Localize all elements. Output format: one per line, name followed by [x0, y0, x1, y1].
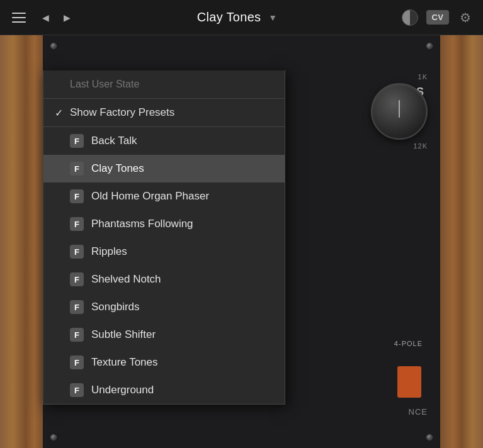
freq-1k-label: 1K	[371, 73, 428, 81]
clay-tones-f-badge: F	[70, 162, 84, 176]
menu-button[interactable]	[5, 4, 33, 31]
pole-label: 4-POLE	[394, 340, 423, 347]
menu-line-1	[12, 13, 26, 14]
toolbar-icons: CV ⚙	[397, 5, 478, 30]
preset-item-underground[interactable]: F Underground	[43, 376, 285, 404]
preset-dropdown[interactable]: Clay Tones ▼	[197, 10, 277, 25]
freq-12k-label: 12K	[371, 142, 428, 150]
settings-button[interactable]: ⚙	[453, 5, 478, 30]
knob-area: 1K 12K	[371, 73, 428, 150]
menu-line-3	[12, 21, 26, 23]
preset-item-subtle-shifter[interactable]: F Subtle Shifter	[43, 321, 285, 349]
half-circle-icon	[402, 9, 418, 26]
preset-dropdown-menu: Last User State ✓ Show Factory Presets F…	[43, 70, 285, 405]
screw-bottom-left	[50, 434, 57, 440]
screw-bottom-right	[426, 434, 433, 440]
gear-icon: ⚙	[460, 10, 471, 25]
prev-preset-button[interactable]: ◀	[35, 8, 55, 28]
show-factory-presets-item[interactable]: ✓ Show Factory Presets	[43, 99, 285, 126]
phantasms-f-badge: F	[70, 217, 84, 231]
back-talk-label: Back Talk	[91, 135, 137, 147]
ripples-f-badge: F	[70, 245, 84, 259]
knob-indicator	[399, 100, 400, 118]
preset-item-phantasms-following[interactable]: F Phantasms Following	[43, 210, 285, 238]
preset-name-label: Clay Tones	[197, 10, 261, 25]
resonance-label: NCE	[409, 407, 428, 417]
menu-line-2	[12, 17, 26, 18]
cv-label: CV	[426, 10, 448, 25]
old-home-f-badge: F	[70, 189, 84, 203]
preset-item-texture-tones[interactable]: F Texture Tones	[43, 349, 285, 376]
clay-tones-label: Clay Tones	[91, 162, 144, 175]
shelved-notch-label: Shelved Notch	[91, 273, 161, 286]
subtle-shifter-f-badge: F	[70, 328, 84, 342]
screw-top-left	[50, 43, 57, 49]
toolbar: ◀ ▶ Clay Tones ▼ CV ⚙	[0, 0, 483, 35]
screw-top-right	[426, 43, 433, 49]
dropdown-arrow-icon: ▼	[268, 13, 277, 23]
app-container: ◀ ▶ Clay Tones ▼ CV ⚙	[0, 0, 483, 448]
wood-panel-left	[0, 0, 43, 448]
last-user-state-label: Last User State	[70, 79, 139, 90]
old-home-label: Old Home Organ Phaser	[91, 190, 209, 203]
preset-item-old-home-organ-phaser[interactable]: F Old Home Organ Phaser	[43, 182, 285, 210]
prev-icon: ◀	[42, 13, 49, 23]
preset-item-shelved-notch[interactable]: F Shelved Notch	[43, 266, 285, 293]
half-circle-button[interactable]	[397, 5, 423, 30]
songbirds-f-badge: F	[70, 300, 84, 314]
factory-presets-checkmark: ✓	[55, 107, 70, 119]
preset-item-clay-tones[interactable]: F Clay Tones	[43, 155, 285, 182]
underground-f-badge: F	[70, 383, 84, 397]
cv-button[interactable]: CV	[425, 5, 450, 30]
preset-item-ripples[interactable]: F Ripples	[43, 238, 285, 266]
phantasms-label: Phantasms Following	[91, 218, 193, 230]
preset-selector: Clay Tones ▼	[77, 10, 397, 25]
frequency-knob[interactable]	[371, 83, 428, 140]
next-icon: ▶	[64, 13, 71, 23]
songbirds-label: Songbirds	[91, 301, 140, 313]
wood-panel-right	[440, 0, 483, 448]
shelved-notch-f-badge: F	[70, 272, 84, 286]
nav-controls: ◀ ▶	[35, 8, 77, 28]
orange-button[interactable]	[397, 366, 421, 398]
main-content: 1S FILTER 1K 12K 4-POLE NCE -6 Last User…	[43, 35, 440, 448]
preset-item-back-talk[interactable]: F Back Talk	[43, 127, 285, 155]
subtle-shifter-label: Subtle Shifter	[91, 328, 156, 341]
ripples-label: Ripples	[91, 245, 127, 258]
texture-tones-f-badge: F	[70, 356, 84, 369]
back-talk-f-badge: F	[70, 134, 84, 148]
texture-tones-label: Texture Tones	[91, 356, 158, 369]
show-factory-presets-label: Show Factory Presets	[70, 106, 174, 119]
last-user-state-item: Last User State	[43, 70, 285, 98]
next-preset-button[interactable]: ▶	[57, 8, 77, 28]
underground-label: Underground	[91, 384, 154, 396]
preset-item-songbirds[interactable]: F Songbirds	[43, 293, 285, 321]
